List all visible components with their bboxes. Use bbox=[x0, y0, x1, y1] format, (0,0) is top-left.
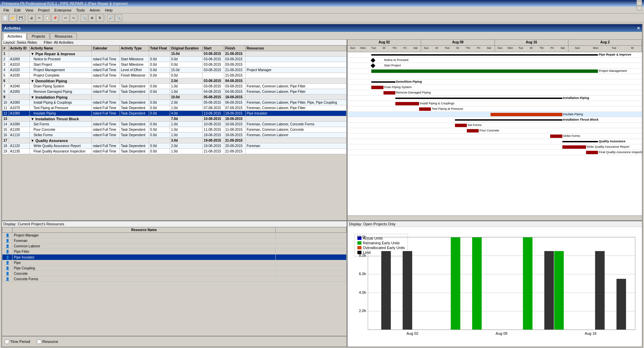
gantt-bar bbox=[383, 91, 395, 95]
resource-row[interactable]: 👤 Pipe bbox=[2, 260, 347, 266]
resource-row[interactable]: 👤 Common Laborer bbox=[2, 244, 347, 249]
resource-row[interactable]: 👤 Pipe Insulator bbox=[2, 254, 347, 260]
cell-finish: 21-08-2015 bbox=[224, 51, 245, 57]
table-row[interactable]: 12 A1080 Insulate Piping ndard Full Time… bbox=[2, 111, 347, 116]
res-icon: 👤 bbox=[2, 277, 13, 282]
cell-total-float: 0.0d bbox=[149, 67, 170, 73]
menu-project[interactable]: Project bbox=[36, 7, 51, 13]
zoom-out-btn[interactable]: 🔍 bbox=[115, 14, 122, 22]
new-btn[interactable]: 📄 bbox=[1, 14, 9, 22]
gantt-bar bbox=[371, 58, 375, 63]
res-bar bbox=[276, 254, 347, 260]
cell-calendar bbox=[92, 51, 120, 57]
filter-btn[interactable]: 🔍 bbox=[81, 14, 88, 22]
cell-act-type: Start Milestone bbox=[120, 57, 149, 62]
cell-act-type bbox=[120, 51, 149, 57]
table-row[interactable]: 4 A1020 Project Management ndard Full Ti… bbox=[2, 67, 347, 73]
resource-row[interactable]: 👤 Pipe Fitter bbox=[2, 249, 347, 254]
table-row[interactable]: 15 A1100 Pour Concrete ndard Full Time T… bbox=[2, 127, 347, 132]
panel-close-btn[interactable]: × bbox=[637, 25, 640, 31]
zoom-in-btn[interactable]: 🔎 bbox=[107, 14, 115, 22]
sort-btn[interactable]: ⇅ bbox=[96, 14, 104, 22]
cell-finish: 20-08-2015 bbox=[224, 143, 245, 149]
panel-title: Activities bbox=[4, 26, 21, 30]
table-row[interactable]: 17 ▼ Quality Assurance 3.0d 19-08-2015 2… bbox=[2, 138, 347, 143]
paste-btn[interactable]: 📌 bbox=[51, 14, 59, 22]
gantt-row: Set Forms bbox=[348, 123, 642, 128]
resource-row[interactable]: 👤 Pipe Coupling bbox=[2, 266, 347, 271]
table-row[interactable]: 10 A1060 Install Piping & Couplings ndar… bbox=[2, 100, 347, 105]
close-btn[interactable]: × bbox=[637, 6, 642, 11]
svg-text:Aug 02: Aug 02 bbox=[407, 331, 418, 335]
time-period-checkbox[interactable]: Time Period bbox=[5, 340, 30, 344]
cell-resources bbox=[245, 78, 346, 84]
menu-edit[interactable]: Edit bbox=[12, 7, 23, 13]
res-bar bbox=[276, 260, 347, 266]
cell-act-id bbox=[9, 51, 29, 57]
table-row[interactable]: 6 ▼ Demolition Piping 2.0d 03-08-2015 04… bbox=[2, 78, 347, 84]
table-row[interactable]: 18 A1120 Write Quality Assurance Report … bbox=[2, 143, 347, 149]
table-row[interactable]: 11 A1070 Test Piping at Pressure ndard F… bbox=[2, 105, 347, 111]
tab-activities[interactable]: Activities bbox=[3, 33, 26, 40]
open-btn[interactable]: 📂 bbox=[9, 14, 17, 22]
cell-num: 14 bbox=[2, 122, 9, 127]
cell-resources: Foreman, Common Laborer, Pipe Fitter, Pi… bbox=[245, 100, 346, 105]
resource-row[interactable]: 👤 Foreman bbox=[2, 238, 347, 244]
save-btn[interactable]: 💾 bbox=[17, 14, 24, 22]
table-row[interactable]: 2 A1000 Notice to Proceed ndard Full Tim… bbox=[2, 57, 347, 62]
resource-row[interactable]: 👤 Concrete Forms bbox=[2, 277, 347, 282]
cell-finish: 06-08-2015 bbox=[224, 100, 245, 105]
undo-btn[interactable]: ↩ bbox=[62, 14, 69, 22]
menu-admin[interactable]: Admin bbox=[87, 7, 102, 13]
table-row[interactable]: 14 A1090 Set Forms ndard Full Time Task … bbox=[2, 122, 347, 127]
gantt-row: Notice to Proceed bbox=[348, 58, 642, 63]
cell-calendar: ndard Full Time bbox=[92, 62, 120, 67]
resource-row[interactable]: 👤 Project Manager bbox=[2, 233, 347, 238]
activity-table-container: Layout: Swiss Rides Filter: All Activiti… bbox=[2, 40, 348, 220]
table-row[interactable]: 16 A1110 Strike Forms ndard Full Time Ta… bbox=[2, 132, 347, 138]
resource-checkbox[interactable]: Resource bbox=[37, 340, 58, 344]
cell-orig-dur: 1.0d bbox=[170, 127, 202, 132]
gantt-row: Install Piping & Couplings bbox=[348, 101, 642, 106]
group-btn[interactable]: ⊞ bbox=[88, 14, 96, 22]
cell-total-float: 0.0d bbox=[149, 73, 170, 78]
table-row[interactable]: 19 A1130 Final Quality Assurance Inspect… bbox=[2, 149, 347, 154]
gantt-row: Pour Concrete bbox=[348, 128, 642, 134]
copy-btn[interactable]: 📋 bbox=[43, 14, 51, 22]
gantt-row: Final Quality Assurance Inspection bbox=[348, 150, 642, 155]
table-row[interactable]: 7 A1040 Drain Piping System ndard Full T… bbox=[2, 84, 347, 89]
tab-resources[interactable]: Resources bbox=[50, 33, 77, 39]
cell-act-type: Task Dependent bbox=[120, 84, 149, 89]
layout-label: Layout: Swiss Rides bbox=[3, 40, 37, 44]
menu-tools[interactable]: Tools bbox=[74, 7, 87, 13]
print-btn[interactable]: 🖨 bbox=[28, 14, 35, 22]
table-row[interactable]: 3 A1010 Start Project ndard Full Time St… bbox=[2, 62, 347, 67]
cell-orig-dur: 15.0d bbox=[170, 67, 202, 73]
cut-btn[interactable]: ✂ bbox=[36, 14, 43, 22]
cell-num: 2 bbox=[2, 57, 9, 62]
table-row[interactable]: 1 ▼ Pipe Repair & Improve 15.0d 03-08-20… bbox=[2, 51, 347, 57]
menu-file[interactable]: File bbox=[1, 7, 12, 13]
table-row[interactable]: 5 A1030 Project Complete ndard Full Time… bbox=[2, 73, 347, 78]
resource-row[interactable]: 👤 Concrete bbox=[2, 271, 347, 277]
cell-act-name: Set Forms bbox=[29, 122, 92, 127]
svg-rect-14 bbox=[472, 237, 482, 330]
cell-act-id: A1130 bbox=[9, 149, 29, 154]
redo-btn[interactable]: ↪ bbox=[70, 14, 77, 22]
gantt-day-group-4: SunMonTueW bbox=[568, 46, 642, 52]
table-row[interactable]: 9 ▼ Installation Piping 10.0d 05-08-2015… bbox=[2, 95, 347, 100]
table-row[interactable]: 8 A1050 Remove Damaged Piping ndard Full… bbox=[2, 89, 347, 95]
gantt-bar-label: Start Project bbox=[384, 64, 401, 67]
cell-act-name: ▼ Demolition Piping bbox=[29, 78, 92, 84]
gantt-hscrollbar[interactable] bbox=[348, 216, 642, 220]
menu-view[interactable]: View bbox=[23, 7, 36, 13]
tab-projects[interactable]: Projects bbox=[27, 33, 49, 39]
cell-total-float: 0.0d bbox=[149, 127, 170, 132]
menu-enterprise[interactable]: Enterprise bbox=[53, 7, 74, 13]
res-icon: 👤 bbox=[2, 266, 13, 271]
col-activity-id: Activity ID bbox=[9, 46, 29, 51]
cell-act-name: Insulate Piping bbox=[29, 111, 92, 116]
table-row[interactable]: 13 ▼ Installation Thrust Block 7.0d 10-0… bbox=[2, 116, 347, 122]
menu-help[interactable]: Help bbox=[103, 7, 115, 13]
maximize-btn[interactable]: □ bbox=[637, 1, 642, 6]
